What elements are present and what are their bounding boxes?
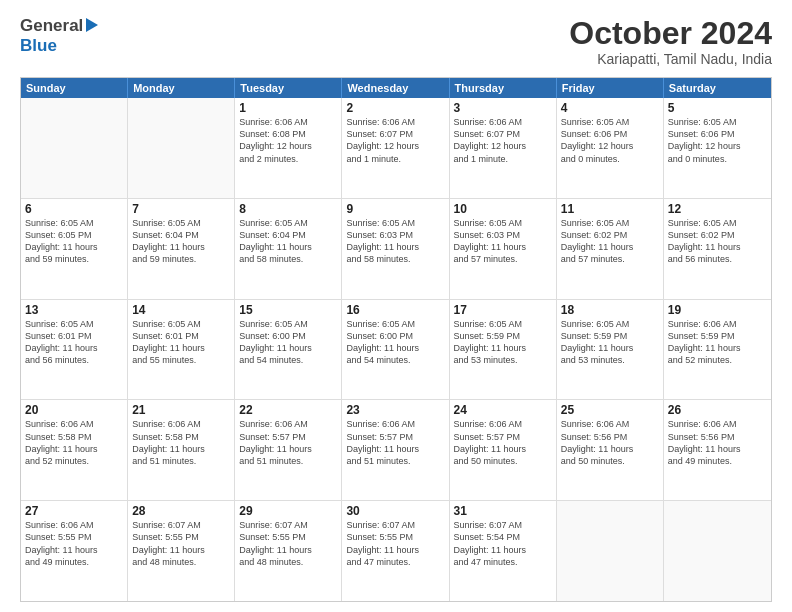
day-info: Sunrise: 6:05 AMSunset: 5:59 PMDaylight:… (561, 318, 659, 367)
day-info: Sunrise: 6:05 AMSunset: 6:06 PMDaylight:… (561, 116, 659, 165)
day-number: 15 (239, 303, 337, 317)
logo-blue: Blue (20, 36, 57, 55)
day-number: 31 (454, 504, 552, 518)
calendar-cell-5-7 (664, 501, 771, 601)
day-number: 2 (346, 101, 444, 115)
calendar-cell-4-7: 26Sunrise: 6:06 AMSunset: 5:56 PMDayligh… (664, 400, 771, 500)
day-number: 6 (25, 202, 123, 216)
calendar-cell-2-1: 6Sunrise: 6:05 AMSunset: 6:05 PMDaylight… (21, 199, 128, 299)
calendar-cell-2-4: 9Sunrise: 6:05 AMSunset: 6:03 PMDaylight… (342, 199, 449, 299)
day-number: 24 (454, 403, 552, 417)
day-info: Sunrise: 6:05 AMSunset: 6:05 PMDaylight:… (25, 217, 123, 266)
day-number: 16 (346, 303, 444, 317)
day-number: 14 (132, 303, 230, 317)
day-info: Sunrise: 6:07 AMSunset: 5:55 PMDaylight:… (132, 519, 230, 568)
day-number: 25 (561, 403, 659, 417)
calendar-cell-5-4: 30Sunrise: 6:07 AMSunset: 5:55 PMDayligh… (342, 501, 449, 601)
day-number: 3 (454, 101, 552, 115)
day-info: Sunrise: 6:05 AMSunset: 6:02 PMDaylight:… (668, 217, 767, 266)
day-info: Sunrise: 6:06 AMSunset: 6:07 PMDaylight:… (346, 116, 444, 165)
day-info: Sunrise: 6:05 AMSunset: 6:03 PMDaylight:… (346, 217, 444, 266)
calendar-cell-5-5: 31Sunrise: 6:07 AMSunset: 5:54 PMDayligh… (450, 501, 557, 601)
day-info: Sunrise: 6:07 AMSunset: 5:55 PMDaylight:… (239, 519, 337, 568)
header-thursday: Thursday (450, 78, 557, 98)
calendar-cell-2-5: 10Sunrise: 6:05 AMSunset: 6:03 PMDayligh… (450, 199, 557, 299)
day-number: 22 (239, 403, 337, 417)
day-number: 7 (132, 202, 230, 216)
day-info: Sunrise: 6:06 AMSunset: 5:57 PMDaylight:… (239, 418, 337, 467)
calendar-cell-1-3: 1Sunrise: 6:06 AMSunset: 6:08 PMDaylight… (235, 98, 342, 198)
calendar-cell-4-2: 21Sunrise: 6:06 AMSunset: 5:58 PMDayligh… (128, 400, 235, 500)
day-number: 20 (25, 403, 123, 417)
day-info: Sunrise: 6:06 AMSunset: 5:58 PMDaylight:… (25, 418, 123, 467)
day-number: 1 (239, 101, 337, 115)
day-info: Sunrise: 6:05 AMSunset: 6:01 PMDaylight:… (132, 318, 230, 367)
day-info: Sunrise: 6:06 AMSunset: 5:56 PMDaylight:… (668, 418, 767, 467)
calendar-cell-2-7: 12Sunrise: 6:05 AMSunset: 6:02 PMDayligh… (664, 199, 771, 299)
calendar-cell-3-2: 14Sunrise: 6:05 AMSunset: 6:01 PMDayligh… (128, 300, 235, 400)
calendar-cell-4-5: 24Sunrise: 6:06 AMSunset: 5:57 PMDayligh… (450, 400, 557, 500)
calendar-cell-1-7: 5Sunrise: 6:05 AMSunset: 6:06 PMDaylight… (664, 98, 771, 198)
calendar-cell-2-6: 11Sunrise: 6:05 AMSunset: 6:02 PMDayligh… (557, 199, 664, 299)
day-number: 13 (25, 303, 123, 317)
day-info: Sunrise: 6:07 AMSunset: 5:54 PMDaylight:… (454, 519, 552, 568)
day-number: 17 (454, 303, 552, 317)
day-number: 4 (561, 101, 659, 115)
day-info: Sunrise: 6:05 AMSunset: 6:06 PMDaylight:… (668, 116, 767, 165)
logo: General Blue (20, 16, 98, 56)
calendar-body: 1Sunrise: 6:06 AMSunset: 6:08 PMDaylight… (21, 98, 771, 601)
day-number: 21 (132, 403, 230, 417)
day-number: 18 (561, 303, 659, 317)
day-number: 5 (668, 101, 767, 115)
day-number: 26 (668, 403, 767, 417)
day-number: 19 (668, 303, 767, 317)
header-wednesday: Wednesday (342, 78, 449, 98)
calendar-week-2: 6Sunrise: 6:05 AMSunset: 6:05 PMDaylight… (21, 199, 771, 300)
calendar-title: October 2024 (569, 16, 772, 51)
day-info: Sunrise: 6:06 AMSunset: 5:58 PMDaylight:… (132, 418, 230, 467)
calendar-cell-4-1: 20Sunrise: 6:06 AMSunset: 5:58 PMDayligh… (21, 400, 128, 500)
title-section: October 2024 Kariapatti, Tamil Nadu, Ind… (569, 16, 772, 67)
day-info: Sunrise: 6:06 AMSunset: 5:57 PMDaylight:… (454, 418, 552, 467)
calendar-cell-5-2: 28Sunrise: 6:07 AMSunset: 5:55 PMDayligh… (128, 501, 235, 601)
page: General Blue October 2024 Kariapatti, Ta… (0, 0, 792, 612)
calendar-subtitle: Kariapatti, Tamil Nadu, India (569, 51, 772, 67)
day-info: Sunrise: 6:06 AMSunset: 6:08 PMDaylight:… (239, 116, 337, 165)
calendar-cell-5-1: 27Sunrise: 6:06 AMSunset: 5:55 PMDayligh… (21, 501, 128, 601)
day-number: 29 (239, 504, 337, 518)
calendar-week-4: 20Sunrise: 6:06 AMSunset: 5:58 PMDayligh… (21, 400, 771, 501)
day-info: Sunrise: 6:05 AMSunset: 6:04 PMDaylight:… (239, 217, 337, 266)
day-info: Sunrise: 6:05 AMSunset: 6:01 PMDaylight:… (25, 318, 123, 367)
day-info: Sunrise: 6:05 AMSunset: 6:04 PMDaylight:… (132, 217, 230, 266)
calendar-week-5: 27Sunrise: 6:06 AMSunset: 5:55 PMDayligh… (21, 501, 771, 601)
day-number: 12 (668, 202, 767, 216)
day-info: Sunrise: 6:05 AMSunset: 5:59 PMDaylight:… (454, 318, 552, 367)
calendar-cell-4-4: 23Sunrise: 6:06 AMSunset: 5:57 PMDayligh… (342, 400, 449, 500)
calendar-cell-2-3: 8Sunrise: 6:05 AMSunset: 6:04 PMDaylight… (235, 199, 342, 299)
day-info: Sunrise: 6:06 AMSunset: 5:59 PMDaylight:… (668, 318, 767, 367)
header-sunday: Sunday (21, 78, 128, 98)
calendar-cell-3-3: 15Sunrise: 6:05 AMSunset: 6:00 PMDayligh… (235, 300, 342, 400)
header-saturday: Saturday (664, 78, 771, 98)
day-info: Sunrise: 6:05 AMSunset: 6:03 PMDaylight:… (454, 217, 552, 266)
day-number: 27 (25, 504, 123, 518)
day-info: Sunrise: 6:05 AMSunset: 6:00 PMDaylight:… (239, 318, 337, 367)
calendar-cell-4-6: 25Sunrise: 6:06 AMSunset: 5:56 PMDayligh… (557, 400, 664, 500)
day-info: Sunrise: 6:06 AMSunset: 5:56 PMDaylight:… (561, 418, 659, 467)
day-info: Sunrise: 6:07 AMSunset: 5:55 PMDaylight:… (346, 519, 444, 568)
calendar-cell-2-2: 7Sunrise: 6:05 AMSunset: 6:04 PMDaylight… (128, 199, 235, 299)
calendar-cell-3-7: 19Sunrise: 6:06 AMSunset: 5:59 PMDayligh… (664, 300, 771, 400)
day-number: 8 (239, 202, 337, 216)
logo-general: General (20, 16, 83, 36)
day-number: 23 (346, 403, 444, 417)
day-number: 30 (346, 504, 444, 518)
header-monday: Monday (128, 78, 235, 98)
day-number: 10 (454, 202, 552, 216)
logo-arrow-icon (86, 18, 98, 32)
header: General Blue October 2024 Kariapatti, Ta… (20, 16, 772, 67)
header-friday: Friday (557, 78, 664, 98)
calendar-cell-5-3: 29Sunrise: 6:07 AMSunset: 5:55 PMDayligh… (235, 501, 342, 601)
calendar-cell-3-1: 13Sunrise: 6:05 AMSunset: 6:01 PMDayligh… (21, 300, 128, 400)
day-number: 11 (561, 202, 659, 216)
calendar-cell-1-4: 2Sunrise: 6:06 AMSunset: 6:07 PMDaylight… (342, 98, 449, 198)
